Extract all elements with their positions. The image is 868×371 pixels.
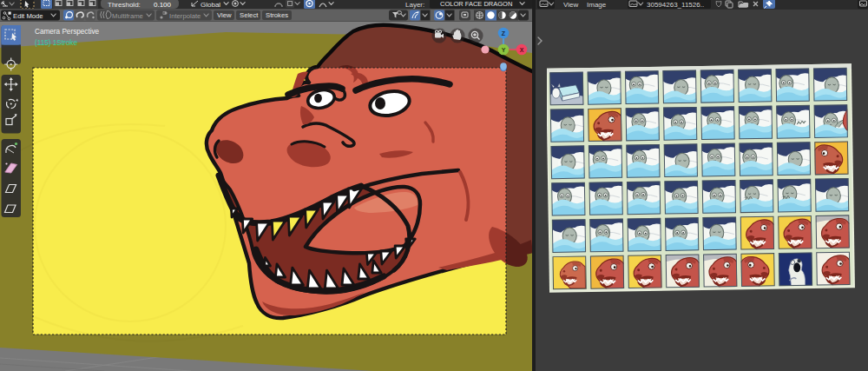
svg-text:Multiframe: Multiframe (112, 12, 143, 20)
svg-text:30594263_11526..: 30594263_11526.. (647, 1, 704, 9)
svg-text:Layer:: Layer: (405, 1, 424, 9)
svg-text:View: View (217, 11, 232, 19)
svg-text:(115) 1Stroke: (115) 1Stroke (35, 39, 77, 47)
svg-text:Image: Image (587, 1, 607, 9)
svg-text:Y: Y (502, 47, 506, 53)
svg-text:View: View (563, 1, 578, 9)
svg-text:Camera Perspective: Camera Perspective (35, 28, 100, 36)
svg-text:Select: Select (240, 11, 259, 19)
svg-text:Edit Mode: Edit Mode (13, 12, 43, 20)
svg-text:Global: Global (201, 1, 220, 9)
svg-text:COLOR FACE DRAGON: COLOR FACE DRAGON (440, 0, 512, 8)
svg-text:X: X (520, 47, 524, 53)
svg-text:Strokes: Strokes (266, 11, 288, 19)
svg-text:0.100: 0.100 (154, 1, 172, 9)
svg-text:Interpolate: Interpolate (169, 12, 201, 20)
svg-text:Z: Z (502, 30, 506, 36)
svg-text:Threshold:: Threshold: (108, 1, 141, 9)
